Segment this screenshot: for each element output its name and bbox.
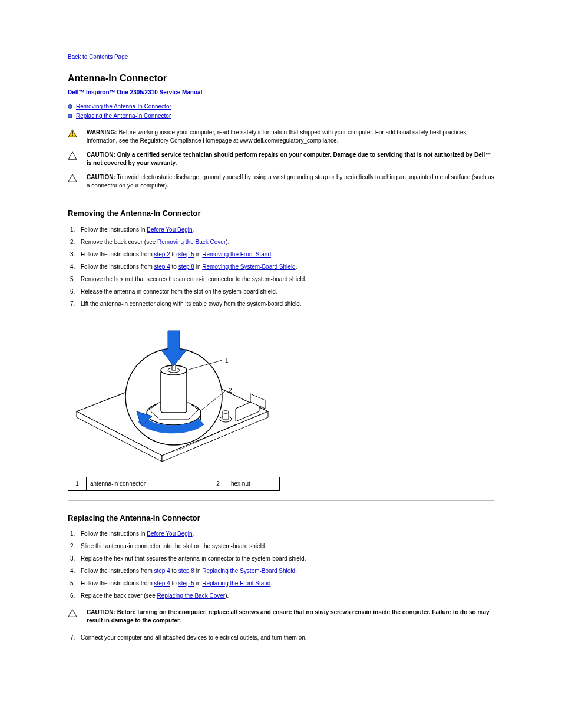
svg-rect-2: [72, 135, 73, 136]
page-toc: Removing the Antenna-In Connector Replac…: [68, 103, 494, 120]
caution-label-2: CAUTION:: [87, 174, 115, 180]
svg-marker-3: [68, 152, 77, 159]
warning-alert: WARNING: Before working inside your comp…: [68, 129, 494, 145]
divider: [68, 196, 494, 196]
caution-icon: [68, 609, 77, 617]
section-heading-remove: Removing the Antenna-In Connector: [68, 208, 494, 219]
link-step[interactable]: step 2: [154, 251, 170, 258]
list-item: Replace the hex nut that secures the ant…: [68, 554, 494, 563]
legend-label: hex nut: [227, 477, 279, 490]
section-heading-replace: Replacing the Antenna-In Connector: [68, 513, 494, 523]
figure-legend-table: 1 antenna-in connector 2 hex nut: [68, 477, 280, 491]
list-item: Follow the instructions in Before You Be…: [68, 529, 494, 538]
link-step[interactable]: step 4: [154, 580, 170, 587]
warning-icon: [68, 129, 77, 137]
link-step[interactable]: step 5: [178, 580, 194, 587]
replace-steps-b: Connect your computer and all attached d…: [68, 633, 494, 642]
link-before-you-begin[interactable]: Before You Begin: [147, 531, 192, 537]
list-item: Follow the instructions from step 4 to s…: [68, 566, 494, 575]
svg-rect-19: [161, 370, 187, 413]
replace-steps-a: Follow the instructions in Before You Be…: [68, 529, 494, 600]
figure-antenna-connector: 1 2: [71, 320, 494, 470]
link-step[interactable]: step 5: [178, 251, 194, 258]
list-item: Connect your computer and all attached d…: [68, 633, 494, 642]
svg-text:1: 1: [225, 357, 229, 364]
list-item: Follow the instructions in Before You Be…: [68, 225, 494, 234]
caution-icon: [68, 151, 77, 160]
link-step[interactable]: step 4: [154, 263, 170, 270]
link-remove-sb-shield[interactable]: Removing the System-Board Shield: [202, 263, 295, 270]
toc-link-remove[interactable]: Removing the Antenna-In Connector: [76, 103, 171, 110]
divider: [68, 500, 494, 501]
svg-marker-4: [68, 174, 77, 182]
link-remove-back-cover[interactable]: Removing the Back Cover: [157, 239, 226, 245]
link-replace-back-cover[interactable]: Replacing the Back Cover: [157, 592, 226, 599]
svg-text:2: 2: [229, 387, 232, 394]
warning-label: WARNING:: [87, 129, 117, 136]
svg-point-27: [223, 410, 229, 413]
legend-label: antenna-in connector: [87, 477, 209, 490]
legend-num: 2: [209, 477, 227, 490]
caution-text-1: Only a certified service technician shou…: [87, 151, 491, 166]
svg-rect-1: [72, 131, 73, 134]
link-replace-sb-shield[interactable]: Replacing the System-Board Shield: [202, 568, 295, 574]
caution-label-1: CAUTION:: [87, 151, 115, 158]
caution-alert-replace: CAUTION: Before turning on the computer,…: [68, 608, 494, 625]
toc-link-replace[interactable]: Replacing the Antenna-In Connector: [76, 113, 171, 119]
link-step[interactable]: step 8: [178, 263, 194, 270]
link-remove-front-stand[interactable]: Removing the Front Stand: [202, 251, 271, 258]
caution-alert-1: CAUTION: Only a certified service techni…: [68, 151, 494, 167]
caution-alert-2: CAUTION: To avoid electrostatic discharg…: [68, 173, 494, 190]
list-item: Follow the instructions from step 4 to s…: [68, 262, 494, 271]
list-item: Remove the hex nut that secures the ante…: [68, 275, 494, 284]
link-step[interactable]: step 8: [178, 568, 194, 574]
link-replace-front-stand[interactable]: Replacing the Front Stand: [202, 580, 270, 587]
warning-text: Before working inside your computer, rea…: [87, 129, 466, 144]
list-item: Replace the back cover (see Replacing th…: [68, 591, 494, 600]
manual-subtitle: Dell™ Inspiron™ One 2305/2310 Service Ma…: [68, 88, 494, 97]
caution-label-replace: CAUTION:: [87, 609, 115, 615]
list-item: Slide the antenna-in connector into the …: [68, 542, 494, 551]
link-before-you-begin[interactable]: Before You Begin: [147, 226, 192, 233]
page-title: Antenna-In Connector: [68, 72, 494, 85]
svg-marker-32: [68, 610, 77, 617]
link-step[interactable]: step 4: [154, 568, 170, 574]
legend-num: 1: [68, 477, 87, 490]
list-item: Lift the antenna-in connector along with…: [68, 299, 494, 308]
caution-text-2: To avoid electrostatic discharge, ground…: [87, 174, 494, 189]
list-item: Remove the back cover (see Removing the …: [68, 238, 494, 246]
back-to-contents-link[interactable]: Back to Contents Page: [68, 53, 494, 61]
list-item: Follow the instructions from step 2 to s…: [68, 250, 494, 259]
list-item: Follow the instructions from step 4 to s…: [68, 579, 494, 588]
caution-text-replace: Before turning on the computer, replace …: [87, 609, 490, 624]
list-item: Release the antenna-in connector from th…: [68, 287, 494, 296]
caution-icon: [68, 174, 77, 182]
remove-steps: Follow the instructions in Before You Be…: [68, 225, 494, 308]
